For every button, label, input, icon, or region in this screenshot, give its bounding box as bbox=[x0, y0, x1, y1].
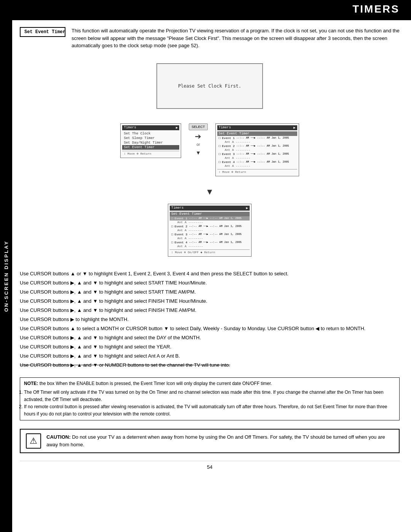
instruction-3: Use CURSOR buttons ▶, ▲ and ▼ to highlig… bbox=[20, 288, 400, 296]
large-down-arrow: ▼ bbox=[20, 187, 400, 197]
instructions-section: Use CURSOR buttons ▲ or ▼ to highlight E… bbox=[20, 270, 400, 371]
bottom-event-2-label: Event 2 bbox=[175, 225, 188, 228]
bottom-event-3-label: Event 3 bbox=[175, 233, 188, 236]
instruction-4: Use CURSOR buttons ▶, ▲ and ▼ to highlig… bbox=[20, 297, 400, 305]
note-intro-text: the box When the ENABLE button is presse… bbox=[40, 381, 272, 386]
nav-arrows-col: SELECT ➔ or ▼ bbox=[189, 123, 207, 156]
note-item-2: If no remote control button is pressed a… bbox=[24, 403, 395, 418]
bottom-event-2-row: □ Event 2 --:-- AM ──▶ --:-- AM Jan 1, 2… bbox=[170, 224, 250, 228]
bottom-screen-mockup: Timers ▶ Set Event Timer □ Event 1 --:--… bbox=[168, 204, 252, 257]
bottom-event-1-row: □ Event 1 --:-- AM ──▶ --:-- AM Jan 1, 2… bbox=[170, 216, 250, 220]
right-screen-mockup: Timers ▶ Set Event Timer □ Event 1 --:--… bbox=[215, 123, 299, 176]
bottom-event-3-row: □ Event 3 --:-- AM ──▶ --:-- AM Jan 1, 2… bbox=[170, 232, 250, 236]
right-screen-footer: ↕ Move ⊕ Return bbox=[217, 169, 297, 174]
caution-body: Do not use your TV as a deterrent when a… bbox=[46, 434, 385, 447]
right-arrow-icon: ➔ bbox=[195, 132, 201, 141]
clock-first-screen: Please Set Clock First. bbox=[156, 63, 263, 109]
right-event-2-time: --:-- AM ──▶ --:-- AM Jan 1, 2005 bbox=[236, 144, 289, 147]
left-menu-item-3: Set Day/Night Timer bbox=[122, 141, 179, 145]
left-menu-item-2: Set Sleep Timer bbox=[122, 136, 179, 141]
bottom-event-2-ant: Ant A -------- bbox=[170, 228, 250, 232]
clock-first-wrapper: Please Set Clock First. bbox=[20, 59, 400, 113]
select-button-label: SELECT bbox=[189, 123, 207, 130]
right-event-4-checkbox: □ bbox=[219, 160, 221, 164]
bottom-event-4-ant: Ant A -------- bbox=[170, 244, 250, 248]
right-event-4-row: □ Event 4 --:-- AM ──▶ --:-- AM Jan 1, 2… bbox=[217, 160, 297, 164]
right-event-4-time: --:-- AM ──▶ --:-- AM Jan 1, 2005 bbox=[236, 160, 289, 163]
right-event-3-label: Event 3 bbox=[222, 152, 235, 156]
instruction-2: Use CURSOR buttons ▶, ▲ and ▼ to highlig… bbox=[20, 279, 400, 287]
caution-box: ⚠ CAUTION: Do not use your TV as a deter… bbox=[20, 429, 400, 453]
right-event-3-row: □ Event 3 --:-- AM ──▶ --:-- AM Jan 1, 2… bbox=[217, 152, 297, 156]
left-menu-item-1: Set The Clock bbox=[122, 131, 179, 136]
bottom-event-3-ant: Ant A -------- bbox=[170, 236, 250, 240]
bottom-event-1-checkbox: □ bbox=[171, 217, 173, 220]
right-event-2-label: Event 2 bbox=[222, 144, 235, 148]
instruction-6: Use CURSOR buttons ▶ to highlight the MO… bbox=[20, 315, 400, 324]
bottom-screen-footer: ↕ Move ⊕ On/OFF ◆ Return bbox=[170, 249, 250, 255]
instruction-7: Use CURSOR buttons ▲ to select a MONTH o… bbox=[20, 324, 400, 333]
bottom-event-3-checkbox: □ bbox=[171, 233, 173, 236]
bottom-event-1-time: --:-- AM ──▶ --:-- AM Jan 1, 2005 bbox=[189, 217, 242, 220]
bottom-event-4-label: Event 4 bbox=[175, 241, 188, 244]
instruction-8: Use CURSOR buttons ▶, ▲ and ▼ to highlig… bbox=[20, 334, 400, 342]
caution-text-block: CAUTION: Do not use your TV as a deterre… bbox=[46, 433, 393, 448]
right-event-1-label: Event 1 bbox=[222, 136, 235, 140]
note-label: NOTE: bbox=[24, 381, 38, 386]
intro-section: Set Event Timer This function will autom… bbox=[20, 27, 400, 50]
bottom-event-4-row: □ Event 4 --:-- AM ──▶ --:-- AM Jan 1, 2… bbox=[170, 240, 250, 244]
left-menu-item-4: Set Event Timer bbox=[122, 145, 179, 150]
right-event-2-row: □ Event 2 --:-- AM ──▶ --:-- AM Jan 1, 2… bbox=[217, 144, 297, 148]
note-list: The Off Timer will only activate if the … bbox=[24, 389, 395, 418]
main-content: ON-SCREEN DISPLAY Set Event Timer This f… bbox=[0, 20, 411, 532]
bottom-screen-subtitle: Set Event Timer bbox=[170, 212, 250, 216]
right-event-2-checkbox: □ bbox=[219, 144, 221, 148]
clock-first-message: Please Set Clock First. bbox=[178, 83, 241, 89]
note-intro: NOTE: the box When the ENABLE button is … bbox=[24, 380, 395, 387]
right-screen-subtitle: Set Event Timer bbox=[217, 131, 297, 136]
instruction-11-strikethrough: Use CURSOR buttons ▶, ▲ and ▼ or NUMBER … bbox=[20, 361, 400, 369]
right-screen-title-bar: Timers ▶ bbox=[217, 125, 297, 130]
page-number: 54 bbox=[20, 461, 400, 474]
set-event-timer-label: Set Event Timer bbox=[20, 27, 65, 37]
caution-icon: ⚠ bbox=[26, 433, 41, 449]
instruction-5: Use CURSOR buttons ▶, ▲ and ▼ to highlig… bbox=[20, 306, 400, 315]
bottom-screen-title-arrow: ▶ bbox=[246, 206, 248, 210]
bottom-event-1-label: Event 1 bbox=[175, 217, 188, 220]
left-screen-title: Timers bbox=[124, 126, 136, 129]
right-screen-arrow: ▶ bbox=[293, 126, 295, 130]
bottom-event-3-time: --:-- AM ──▶ --:-- AM Jan 1, 2005 bbox=[189, 233, 242, 236]
sidebar: ON-SCREEN DISPLAY bbox=[0, 20, 12, 532]
instruction-10: Use CURSOR buttons ▶, ▲ and ▼ to highlig… bbox=[20, 352, 400, 360]
bottom-screen-title: Timers bbox=[171, 206, 183, 210]
down-arrow-small: ▼ bbox=[196, 150, 201, 156]
note-box: NOTE: the box When the ENABLE button is … bbox=[20, 377, 400, 421]
content-area: Set Event Timer This function will autom… bbox=[12, 20, 411, 532]
left-screen-arrow: ▶ bbox=[176, 126, 178, 130]
right-event-2-ant: Ant A -------- bbox=[217, 148, 297, 152]
caution-label: CAUTION: bbox=[46, 434, 71, 440]
right-event-1-checkbox: □ bbox=[219, 136, 221, 140]
bottom-screen-wrapper: Timers ▶ Set Event Timer □ Event 1 --:--… bbox=[20, 204, 400, 257]
intro-description: This function will automatically operate… bbox=[72, 27, 400, 50]
left-screen-title-bar: Timers ▶ bbox=[122, 125, 179, 130]
page: TIMERS ON-SCREEN DISPLAY Set Event Timer… bbox=[0, 0, 411, 532]
bottom-event-2-time: --:-- AM ──▶ --:-- AM Jan 1, 2005 bbox=[189, 225, 242, 228]
right-event-1-row: □ Event 1 --:-- AM ──▶ --:-- AM Jan 1, 2… bbox=[217, 136, 297, 140]
instruction-9: Use CURSOR buttons ▶, ▲ and ▼ to highlig… bbox=[20, 343, 400, 351]
bottom-event-1-ant: Ant A -------- bbox=[170, 220, 250, 224]
note-item-1: The Off Timer will only activate if the … bbox=[24, 389, 395, 403]
instruction-1: Use CURSOR buttons ▲ or ▼ to highlight E… bbox=[20, 270, 400, 278]
bottom-screen-title-bar: Timers ▶ bbox=[170, 206, 250, 211]
diagrams-section: Timers ▶ Set The Clock Set Sleep Timer S… bbox=[20, 123, 400, 176]
page-header: TIMERS bbox=[0, 0, 411, 19]
right-event-3-checkbox: □ bbox=[219, 152, 221, 156]
right-screen-title: Timers bbox=[219, 126, 231, 129]
right-event-3-time: --:-- AM ──▶ --:-- AM Jan 1, 2005 bbox=[236, 152, 289, 155]
bottom-event-4-checkbox: □ bbox=[171, 241, 173, 244]
or-label: or bbox=[197, 142, 200, 147]
bottom-event-2-checkbox: □ bbox=[171, 225, 173, 228]
left-screen-footer: ↕ Move ⊕ Return bbox=[122, 151, 179, 156]
right-event-1-ant: Ant A -------- bbox=[217, 140, 297, 144]
sidebar-label: ON-SCREEN DISPLAY bbox=[3, 240, 9, 312]
